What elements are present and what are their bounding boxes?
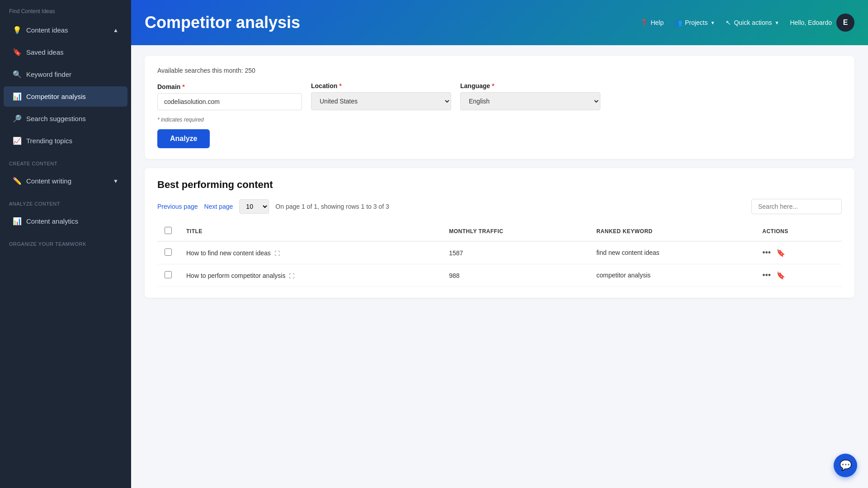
organize-teamwork-label: Organize Your Teamwork [0, 232, 131, 250]
required-note: * indicates required [157, 117, 842, 123]
avatar[interactable]: E [836, 14, 854, 32]
domain-group: Domain * [157, 83, 302, 110]
table-header-row: TITLE MONTHLY TRAFFIC RANKED KEYWORD ACT… [157, 221, 842, 241]
sidebar: Find Content Ideas 💡 Content ideas ▲ 🔖 S… [0, 0, 131, 488]
table-row: How to perform competitor analysis ⛶ 988… [157, 264, 842, 287]
bookmark-action-icon[interactable]: 🔖 [776, 249, 785, 257]
sidebar-item-label: Content analytics [26, 217, 78, 225]
page-info: On page 1 of 1, showing rows 1 to 3 of 3 [275, 203, 745, 210]
best-performing-title: Best performing content [157, 179, 842, 191]
row-actions: ••• 🔖 [755, 241, 842, 264]
chevron-down-icon: ▼ [774, 20, 779, 25]
chat-icon: 💬 [840, 460, 852, 471]
sidebar-item-label: Keyword finder [26, 70, 71, 78]
location-group: Location * United States United Kingdom … [311, 82, 451, 110]
sidebar-item-label: Content writing [26, 177, 71, 185]
row-traffic: 988 [442, 264, 589, 287]
magnifier-icon: 🔎 [13, 114, 22, 123]
analytics-icon: 📊 [13, 217, 22, 225]
location-label: Location * [311, 82, 451, 89]
best-performing-table: TITLE MONTHLY TRAFFIC RANKED KEYWORD ACT… [157, 221, 842, 287]
edit-icon: ✏️ [13, 177, 22, 185]
per-page-select[interactable]: 10 25 50 100 [239, 199, 269, 214]
bookmark-action-icon[interactable]: 🔖 [776, 271, 785, 280]
language-label: Language * [460, 82, 600, 89]
more-options-icon[interactable]: ••• [762, 271, 771, 280]
analyze-form-card: Available searches this month: 250 Domai… [145, 56, 854, 159]
sidebar-item-keyword-finder[interactable]: 🔍 Keyword finder [4, 64, 127, 84]
trending-icon: 📈 [13, 136, 22, 145]
sidebar-item-trending-topics[interactable]: 📈 Trending topics [4, 131, 127, 151]
language-group: Language * English Spanish French German [460, 82, 600, 110]
header-right: ❓ Help 👥 Projects ▼ ↖ Quick actions ▼ He… [640, 14, 854, 32]
cursor-icon: ↖ [726, 19, 731, 26]
domain-label: Domain * [157, 83, 302, 90]
page-title: Competitor analysis [145, 13, 300, 32]
sidebar-item-label: Search suggestions [26, 115, 86, 122]
sidebar-item-content-writing[interactable]: ✏️ Content writing ▼ [4, 171, 127, 191]
table-search-input[interactable] [751, 199, 842, 214]
available-searches: Available searches this month: 250 [157, 67, 842, 74]
bulb-icon: 💡 [13, 26, 22, 34]
row-checkbox-cell [157, 241, 179, 264]
next-page-link[interactable]: Next page [204, 203, 233, 210]
chart-icon: 📊 [13, 92, 22, 101]
domain-input[interactable] [157, 93, 302, 110]
sidebar-item-content-ideas[interactable]: 💡 Content ideas ▲ [4, 20, 127, 40]
content-area: Available searches this month: 250 Domai… [131, 45, 868, 488]
sidebar-item-saved-ideas[interactable]: 🔖 Saved ideas [4, 42, 127, 62]
help-button[interactable]: ❓ Help [640, 19, 664, 26]
sidebar-item-competitor-analysis[interactable]: 📊 Competitor analysis [4, 86, 127, 107]
create-content-label: Create Content [0, 152, 131, 170]
header: Competitor analysis ❓ Help 👥 Projects ▼ … [131, 0, 868, 45]
row-keyword: find new content ideas [589, 241, 755, 264]
row-title: How to find new content ideas ⛶ [179, 241, 442, 264]
sidebar-item-search-suggestions[interactable]: 🔎 Search suggestions [4, 108, 127, 129]
sidebar-item-label: Content ideas [26, 26, 68, 34]
row-checkbox-cell [157, 264, 179, 287]
best-performing-card: Best performing content Previous page Ne… [145, 168, 854, 298]
select-all-col [157, 221, 179, 241]
analyze-content-label: Analyze Content [0, 192, 131, 210]
row-checkbox[interactable] [165, 271, 172, 278]
table-row: How to find new content ideas ⛶ 1587 fin… [157, 241, 842, 264]
sidebar-top-label: Find Content Ideas [0, 0, 131, 19]
row-checkbox[interactable] [165, 249, 172, 256]
more-options-icon[interactable]: ••• [762, 248, 771, 258]
main-content: Competitor analysis ❓ Help 👥 Projects ▼ … [131, 0, 868, 488]
form-row: Domain * Location * United States United… [157, 82, 842, 110]
sidebar-item-label: Saved ideas [26, 48, 64, 56]
row-keyword: competitor analysis [589, 264, 755, 287]
row-title: How to perform competitor analysis ⛶ [179, 264, 442, 287]
row-traffic: 1587 [442, 241, 589, 264]
chat-button[interactable]: 💬 [834, 454, 857, 477]
actions-col-header: ACTIONS [755, 221, 842, 241]
sidebar-item-label: Trending topics [26, 137, 72, 145]
bookmark-icon: 🔖 [13, 48, 22, 56]
quick-actions-button[interactable]: ↖ Quick actions ▼ [726, 19, 779, 26]
user-greeting: Hello, Edoardo E [790, 14, 854, 32]
row-actions: ••• 🔖 [755, 264, 842, 287]
select-all-checkbox[interactable] [165, 227, 172, 234]
search-icon: 🔍 [13, 70, 22, 79]
chevron-down-icon: ▼ [711, 20, 715, 25]
projects-button[interactable]: 👥 Projects ▼ [675, 19, 715, 26]
traffic-col-header: MONTHLY TRAFFIC [442, 221, 589, 241]
location-select[interactable]: United States United Kingdom Canada Aust… [311, 92, 451, 110]
projects-icon: 👥 [675, 19, 682, 26]
prev-page-link[interactable]: Previous page [157, 203, 198, 210]
analyze-button[interactable]: Analyze [157, 129, 210, 148]
sidebar-item-content-analytics[interactable]: 📊 Content analytics [4, 211, 127, 231]
chevron-down-icon: ▼ [113, 178, 118, 184]
external-link-icon: ⛶ [274, 250, 280, 257]
chevron-up-icon: ▲ [113, 27, 118, 33]
sidebar-item-label: Competitor analysis [26, 93, 86, 100]
keyword-col-header: RANKED KEYWORD [589, 221, 755, 241]
language-select[interactable]: English Spanish French German [460, 92, 600, 110]
table-controls: Previous page Next page 10 25 50 100 On … [157, 199, 842, 214]
title-col-header: TITLE [179, 221, 442, 241]
external-link-icon: ⛶ [289, 273, 294, 279]
help-icon: ❓ [640, 19, 648, 26]
